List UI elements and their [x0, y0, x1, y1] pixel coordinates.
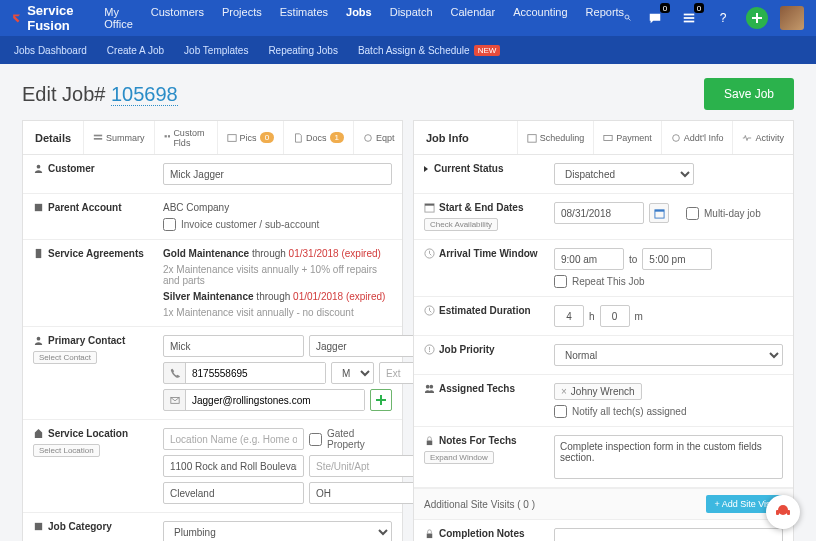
job-priority-select[interactable]: Normal [554, 344, 783, 366]
svg-rect-37 [427, 441, 433, 446]
duration-hours-input[interactable] [554, 305, 584, 327]
arrival-window-label: Arrival Time Window [439, 248, 538, 259]
save-button[interactable]: Save Job [704, 78, 794, 110]
nav-reports[interactable]: Reports [586, 6, 625, 30]
details-title: Details [23, 132, 83, 144]
calendar-icon [424, 202, 435, 213]
tab-docs[interactable]: Docs1 [283, 121, 353, 154]
svg-rect-24 [527, 134, 535, 142]
start-date-input[interactable] [554, 202, 644, 224]
svg-point-12 [365, 134, 372, 141]
service-agreements-label: Service Agreements [48, 248, 144, 259]
svg-rect-6 [752, 17, 762, 19]
parent-account-value: ABC Company [163, 202, 392, 213]
add-email-button[interactable] [370, 389, 392, 411]
date-picker-button[interactable] [649, 203, 669, 223]
nav-jobs[interactable]: Jobs [346, 6, 372, 30]
to-label: to [629, 254, 637, 265]
content-area: Details Summary Custom Flds Pics0 Docs1 … [0, 120, 816, 541]
job-category-select[interactable]: Plumbing [163, 521, 392, 541]
svg-rect-9 [164, 135, 166, 137]
notes-for-techs-label: Notes For Techs [439, 435, 517, 446]
nav-my-office[interactable]: My Office [104, 6, 133, 30]
contact-icon [33, 335, 44, 346]
contact-first-input[interactable] [163, 335, 304, 357]
svg-point-13 [37, 165, 41, 169]
techs-icon [424, 383, 435, 394]
tab-scheduling[interactable]: Scheduling [517, 121, 594, 154]
list-icon[interactable]: 0 [678, 7, 700, 29]
tab-addtl-info[interactable]: Addt'l Info [661, 121, 733, 154]
street-input[interactable] [163, 455, 304, 477]
current-status-select[interactable]: Dispatched [554, 163, 694, 185]
invoice-sub-checkbox[interactable]: Invoice customer / sub-account [163, 218, 392, 231]
svg-rect-7 [94, 134, 102, 136]
tab-activity[interactable]: Activity [732, 121, 793, 154]
chat-icon[interactable]: 0 [644, 7, 666, 29]
account-icon [33, 202, 44, 213]
subnav-create-a-job[interactable]: Create A Job [107, 45, 164, 56]
tab-payment[interactable]: Payment [593, 121, 661, 154]
tech-chip[interactable]: ×Johny Wrench [554, 383, 642, 400]
contact-phone-input[interactable] [163, 362, 326, 384]
multiday-checkbox[interactable]: Multi-day job [686, 207, 761, 220]
tab-equipment[interactable]: Eqpt [353, 121, 404, 154]
nav-calendar[interactable]: Calendar [451, 6, 496, 30]
notify-techs-checkbox[interactable]: Notify all tech(s) assigned [554, 405, 783, 418]
gated-property-checkbox[interactable]: Gated Property [309, 428, 392, 450]
phone-icon [170, 368, 180, 378]
tab-pics[interactable]: Pics0 [217, 121, 283, 154]
subnav-job-templates[interactable]: Job Templates [184, 45, 248, 56]
brand-text: Service Fusion [27, 3, 80, 33]
svg-rect-28 [425, 204, 434, 206]
check-availability-button[interactable]: Check Availability [424, 218, 498, 231]
list-badge: 0 [694, 3, 704, 13]
contact-email-input[interactable] [163, 389, 365, 411]
nav-projects[interactable]: Projects [222, 6, 262, 30]
completion-notes-input[interactable] [554, 528, 783, 541]
remove-tech-icon[interactable]: × [561, 386, 567, 397]
priority-icon: ! [424, 344, 435, 355]
svg-point-26 [672, 134, 679, 141]
svg-point-15 [37, 337, 41, 341]
nav-customers[interactable]: Customers [151, 6, 204, 30]
subnav-batch-assign-schedule[interactable]: Batch Assign & ScheduleNEW [358, 45, 500, 56]
svg-point-35 [426, 385, 430, 389]
duration-mins-input[interactable] [600, 305, 630, 327]
search-icon[interactable] [624, 11, 632, 25]
arrival-from-input[interactable] [554, 248, 624, 270]
chevron-right-icon [424, 166, 428, 172]
nav-dispatch[interactable]: Dispatch [390, 6, 433, 30]
svg-point-39 [778, 505, 788, 515]
details-panel: Details Summary Custom Flds Pics0 Docs1 … [22, 120, 403, 541]
category-icon [33, 521, 44, 532]
job-number[interactable]: 105698 [111, 83, 178, 106]
add-button[interactable] [746, 7, 768, 29]
sa-gold: Gold Maintenance through 01/31/2018 (exp… [163, 248, 392, 259]
customer-input[interactable] [163, 163, 392, 185]
subnav-jobs-dashboard[interactable]: Jobs Dashboard [14, 45, 87, 56]
help-icon[interactable]: ? [712, 7, 734, 29]
sub-nav: Jobs DashboardCreate A JobJob TemplatesR… [0, 36, 816, 64]
user-avatar[interactable] [780, 6, 804, 30]
subnav-repeating-jobs[interactable]: Repeating Jobs [268, 45, 338, 56]
phone-type-select[interactable]: M [331, 362, 374, 384]
arrival-to-input[interactable] [642, 248, 712, 270]
lock-icon [424, 528, 435, 539]
nav-accounting[interactable]: Accounting [513, 6, 567, 30]
notes-for-techs-input[interactable]: Complete inspection form in the custom f… [554, 435, 783, 479]
topbar: Service Fusion My OfficeCustomersProject… [0, 0, 816, 36]
svg-rect-38 [427, 534, 433, 539]
repeat-job-checkbox[interactable]: Repeat This Job [554, 275, 783, 288]
brand-logo: Service Fusion [12, 3, 80, 33]
location-name-input[interactable] [163, 428, 304, 450]
city-input[interactable] [163, 482, 304, 504]
tab-custom-fields[interactable]: Custom Flds [154, 121, 217, 154]
tab-summary[interactable]: Summary [83, 121, 154, 154]
select-contact-button[interactable]: Select Contact [33, 351, 97, 364]
notes-expand-button[interactable]: Expand Window [424, 451, 494, 464]
select-location-button[interactable]: Select Location [33, 444, 100, 457]
nav-estimates[interactable]: Estimates [280, 6, 328, 30]
svg-rect-30 [654, 209, 663, 211]
support-fab[interactable] [766, 495, 800, 529]
